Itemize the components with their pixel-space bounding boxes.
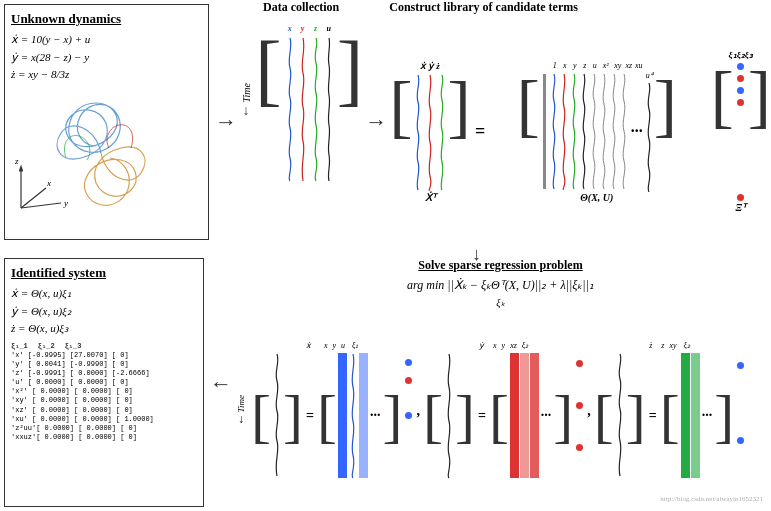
wavy-x [284, 33, 296, 183]
reg-g1-bracket-l: [ [251, 386, 271, 446]
reg-g1-bracket-r2: ] [382, 386, 402, 446]
down-arrow-area: ↓ [0, 244, 771, 256]
xi-dots-col [734, 62, 748, 202]
bracket-left-data: [ [255, 29, 282, 183]
theta-matrix: 1 x y z u x² xy xz xu [ [489, 61, 704, 203]
xi-dot-9 [737, 158, 744, 165]
theta-col-xu [620, 71, 629, 191]
svg-text:y: y [63, 198, 68, 208]
theta-col-xy [600, 71, 609, 191]
reg-g2-bracket-l1: [ [423, 386, 443, 446]
u4-label: u⁴ [646, 71, 653, 80]
arrow-right-2: → [363, 0, 389, 244]
eq2: ẏ = x(28 − z) − y [11, 49, 202, 67]
down-arrow: ↓ [472, 244, 481, 256]
theta-col-x [550, 71, 559, 191]
xi-dot-12 [737, 194, 744, 201]
lorenz-plot: z y x [11, 88, 202, 233]
theta-label: Θ(X, U) [580, 192, 613, 203]
reg-g2-bracket-l2: [ [489, 386, 509, 446]
xdot-bracket-left: [ [389, 72, 412, 192]
reg-g2-x-col [510, 353, 519, 478]
eq1: ẋ = 10(y − x) + u [11, 31, 202, 49]
table-row-7: 'xz' [ 0.0000] [ 0.0000] [ 0] [11, 406, 197, 415]
reg-g3-content: [ ] = [ ··· ] [594, 351, 745, 481]
xi2-dot-3 [576, 402, 583, 409]
theta-bracket-right: ] [654, 71, 677, 192]
reg-group-1: ẋ x y u ξ₁ [ ] = [ [251, 341, 413, 481]
xi1-dot-3 [405, 394, 412, 401]
argmin-label: arg min ||Ẋₖ − ξₖΘᵀ(X, U)||₂ + λ||ξₖ||₁ [407, 278, 594, 292]
reg-xi3-dots [735, 353, 745, 478]
theta-col-x2 [590, 71, 599, 191]
reg-x-col [338, 353, 347, 478]
xi-bracket-left: [ [710, 62, 733, 202]
svg-text:z: z [14, 156, 19, 166]
table-row-6: 'xy' [ 0.0000] [ 0.0000] [ 0] [11, 396, 197, 405]
reg-g2-bracket-r2: ] [553, 386, 573, 446]
xi1-dot-6 [405, 448, 412, 455]
reg-u-col [359, 353, 368, 478]
xdot-row-labels: ẋ ẏ ż [420, 61, 440, 71]
reg-g3-headers: ż z xy ξ₂ [649, 341, 690, 350]
table-row-5: 'x²' [ 0.0000] [ 0.0000] [ 0] [11, 387, 197, 396]
reg-g1-bracket-r1: ] [283, 386, 303, 446]
reg-g3-eq: = [649, 408, 657, 424]
xi-dot-2 [737, 75, 744, 82]
theta-col-z [570, 71, 579, 191]
reg-g1-dots: ··· [370, 408, 381, 424]
xi-dot-6 [737, 123, 744, 130]
unknown-dynamics-panel: Unknown dynamics ẋ = 10(y − x) + u ẏ = x… [4, 4, 209, 240]
xi3-dot-4 [737, 437, 744, 444]
identified-equations: ẋ = Θ(x, u)ξ₁ ẏ = Θ(x, u)ξ₂ ż = Θ(x, u)ξ… [11, 285, 197, 338]
xi-dot-11 [737, 182, 744, 189]
wavy-z [310, 33, 322, 183]
xi3-dot-5 [737, 462, 744, 469]
reg-g3-bracket-l1: [ [594, 386, 614, 446]
unknown-dynamics-title: Unknown dynamics [11, 11, 202, 27]
reg-g3-bracket-r2: ] [714, 386, 734, 446]
reg-g1-content: [ ] = [ ··· ] [251, 351, 413, 481]
top-row: Unknown dynamics ẋ = 10(y − x) + u ẏ = x… [0, 0, 771, 244]
theta-col-const [540, 71, 549, 191]
candidate-terms-panel: Construct library of candidate terms ẋ ẏ… [389, 0, 771, 244]
reg-g2-content: [ ] = [ ··· ] [423, 351, 584, 481]
reg-y-col [348, 351, 358, 481]
xi3-dot-1 [737, 362, 744, 369]
xi1-dot-4 [405, 412, 412, 419]
xi3-dot-3 [737, 412, 744, 419]
theta-brackets: [ [516, 71, 677, 192]
data-collection-title: Data collection [263, 0, 339, 15]
reg-time-label: Time [236, 395, 246, 413]
regression-time-axis: Time ↓ [234, 341, 248, 481]
xi-k-label: ξₖ [496, 297, 504, 308]
candidate-content: ẋ ẏ ż [ [389, 19, 771, 244]
sparse-regression-panel: Solve sparse regression problem arg min … [234, 258, 767, 507]
table-row-10: 'xxuz'[ 0.0000] [ 0.0000] [ 0] [11, 433, 197, 442]
xdot-col2 [425, 72, 436, 192]
xi2-dot-4 [576, 423, 583, 430]
regression-matrices: Time ↓ ẋ x y u ξ₁ [ [234, 315, 767, 507]
xi2-dot-2 [576, 381, 583, 388]
xi-dot-3 [737, 87, 744, 94]
svg-rect-7 [543, 74, 546, 189]
identified-system-panel: Identified system ẋ = Θ(x, u)ξ₁ ẏ = Θ(x,… [4, 258, 204, 507]
xdot-cols [413, 72, 448, 192]
xi1-dot-5 [405, 430, 412, 437]
reg-g3-bracket-r1: ] [626, 386, 646, 446]
bottom-row: Identified system ẋ = Θ(x, u)ξ₁ ẏ = Θ(x,… [0, 256, 771, 511]
reg-g2-dots: ··· [541, 408, 552, 424]
reg-xi2-dots [574, 353, 584, 478]
table-row-4: 'u' [ 0.0000] [ 0.0000] [ 0] [11, 378, 197, 387]
eq3-text: ż = xy − 8/3z [11, 66, 69, 84]
reg-ydot-wavy [444, 351, 454, 481]
time-label: Time [241, 83, 252, 102]
xi-T-label: Ξᵀ [735, 202, 746, 213]
xdot-col1 [413, 72, 424, 192]
time-axis: Time ↓ [239, 19, 253, 183]
reg-g1-headers: ẋ x y u ξ₁ [306, 341, 359, 350]
xi2-dot-6 [576, 464, 583, 471]
xdot-bracket-right: ] [448, 72, 471, 192]
reg-group-2: ẏ x y xz ξ₂ [ ] = [ [423, 341, 584, 481]
xi-dot-1 [737, 63, 744, 70]
